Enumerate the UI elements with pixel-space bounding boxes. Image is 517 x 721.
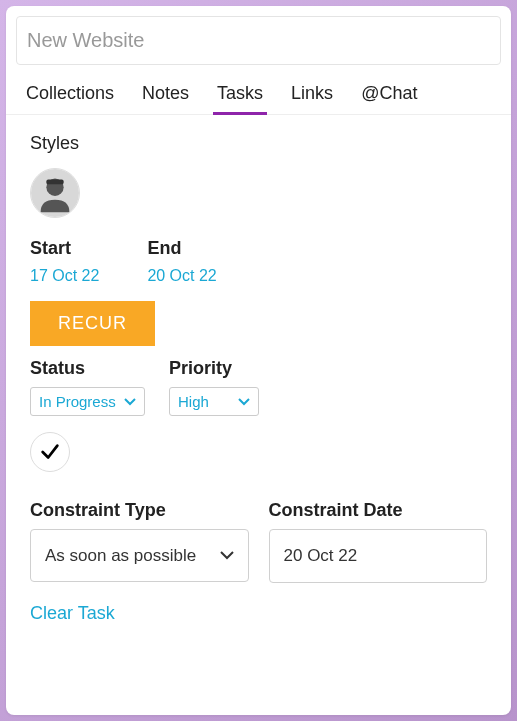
complete-toggle[interactable] bbox=[30, 432, 70, 472]
status-priority-row: Status In Progress Priority High bbox=[30, 358, 487, 416]
constraint-date-label: Constraint Date bbox=[269, 500, 488, 521]
check-icon bbox=[39, 441, 61, 463]
start-date-value[interactable]: 17 Oct 22 bbox=[30, 267, 99, 285]
svg-rect-2 bbox=[46, 180, 63, 185]
tabs-bar: Collections Notes Tasks Links @Chat bbox=[6, 65, 511, 115]
tab-chat[interactable]: @Chat bbox=[361, 83, 417, 114]
date-row: Start 17 Oct 22 End 20 Oct 22 bbox=[30, 238, 487, 285]
constraint-type-label: Constraint Type bbox=[30, 500, 249, 521]
styles-label: Styles bbox=[30, 133, 487, 154]
end-date-value[interactable]: 20 Oct 22 bbox=[147, 267, 216, 285]
constraint-type-select[interactable]: As soon as possible bbox=[30, 529, 249, 582]
clear-task-link[interactable]: Clear Task bbox=[30, 603, 115, 624]
avatar-icon bbox=[31, 169, 79, 217]
end-label: End bbox=[147, 238, 216, 259]
status-col: Status In Progress bbox=[30, 358, 145, 416]
avatar[interactable] bbox=[30, 168, 80, 218]
start-label: Start bbox=[30, 238, 99, 259]
status-select[interactable]: In Progress bbox=[30, 387, 145, 416]
constraint-date-input[interactable] bbox=[269, 529, 488, 583]
constraint-date-col: Constraint Date bbox=[269, 500, 488, 583]
task-content: Styles Start 17 Oct 22 End 20 Oct 22 REC… bbox=[6, 115, 511, 715]
priority-label: Priority bbox=[169, 358, 259, 379]
task-card: Collections Notes Tasks Links @Chat Styl… bbox=[6, 6, 511, 715]
priority-col: Priority High bbox=[169, 358, 259, 416]
recur-button[interactable]: RECUR bbox=[30, 301, 155, 346]
constraint-type-col: Constraint Type As soon as possible bbox=[30, 500, 249, 583]
start-date-col: Start 17 Oct 22 bbox=[30, 238, 99, 285]
tab-collections[interactable]: Collections bbox=[26, 83, 114, 114]
status-label: Status bbox=[30, 358, 145, 379]
tab-tasks[interactable]: Tasks bbox=[217, 83, 263, 114]
tab-notes[interactable]: Notes bbox=[142, 83, 189, 114]
title-input[interactable] bbox=[16, 16, 501, 65]
tab-links[interactable]: Links bbox=[291, 83, 333, 114]
end-date-col: End 20 Oct 22 bbox=[147, 238, 216, 285]
priority-select[interactable]: High bbox=[169, 387, 259, 416]
constraint-row: Constraint Type As soon as possible Cons… bbox=[30, 500, 487, 583]
